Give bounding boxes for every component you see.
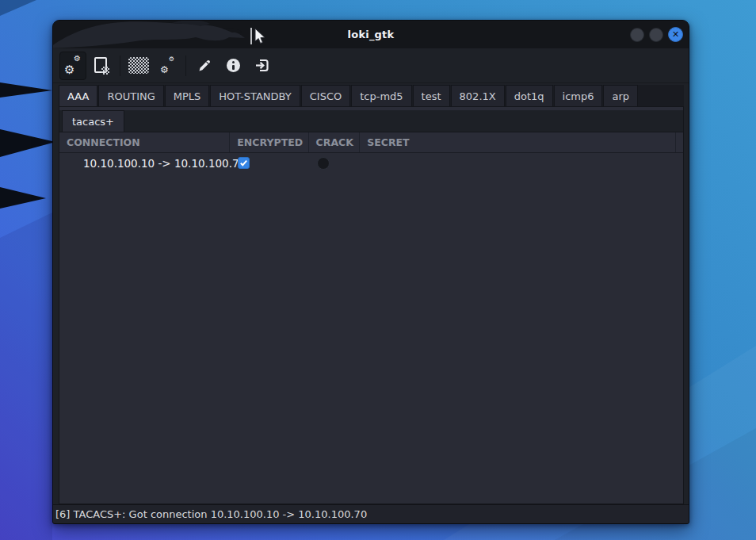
column-header-filler bbox=[676, 132, 683, 152]
minimize-button[interactable] bbox=[630, 28, 644, 42]
column-header-encrypted[interactable]: ENCRYPTED bbox=[230, 132, 308, 152]
tab-test[interactable]: test bbox=[413, 85, 450, 106]
tab-cisco[interactable]: CISCO bbox=[301, 85, 350, 106]
sub-notebook: tacacs+ bbox=[59, 107, 683, 132]
tab-arp[interactable]: arp bbox=[603, 85, 638, 106]
window-controls: ✕ bbox=[630, 21, 683, 48]
subtab-tacacs-[interactable]: tacacs+ bbox=[62, 110, 124, 132]
tab-hot-standby[interactable]: HOT-STANDBY bbox=[210, 85, 300, 106]
connection-cell: 10.10.100.10 -> 10.10.100.70 bbox=[59, 153, 231, 173]
table-header: CONNECTIONENCRYPTEDCRACKSECRET bbox=[59, 132, 683, 153]
close-button[interactable]: ✕ bbox=[668, 27, 683, 42]
network-screen-icon bbox=[128, 57, 149, 74]
toolbar-info-button[interactable] bbox=[220, 52, 246, 80]
dragon-silhouette bbox=[53, 21, 259, 48]
main-tabs: AAAROUTINGMPLSHOT-STANDBYCISCOtcp-md5tes… bbox=[59, 85, 684, 107]
column-header-crack[interactable]: CRACK bbox=[309, 132, 361, 152]
tab-aaa[interactable]: AAA bbox=[59, 85, 97, 106]
tabstrip-filler bbox=[639, 85, 684, 106]
titlebar[interactable]: loki_gtk ✕ bbox=[53, 21, 689, 48]
tab-routing[interactable]: ROUTING bbox=[98, 85, 163, 106]
tab-mpls[interactable]: MPLS bbox=[165, 85, 210, 106]
toolbar-quit-button[interactable] bbox=[248, 52, 275, 80]
secret-cell bbox=[362, 153, 681, 173]
status-text: [6] TACACS+: Got connection 10.10.100.10… bbox=[55, 508, 367, 520]
toolbar-documents-button[interactable] bbox=[88, 52, 115, 80]
desktop: { "window": { "title": "loki_gtk" }, "ti… bbox=[0, 0, 756, 540]
mouse-cursor bbox=[250, 26, 270, 47]
statusbar: [6] TACACS+: Got connection 10.10.100.10… bbox=[53, 504, 689, 523]
gears-settings-icon: ⚙⚙ bbox=[158, 57, 176, 75]
tab-802-1x[interactable]: 802.1X bbox=[451, 85, 505, 106]
tab-dot1q[interactable]: dot1q bbox=[506, 85, 553, 106]
toolbar-edit-button[interactable] bbox=[191, 52, 218, 80]
crack-button[interactable] bbox=[317, 157, 330, 170]
column-header-secret[interactable]: SECRET bbox=[360, 132, 676, 152]
tab-icmp6[interactable]: icmp6 bbox=[554, 85, 603, 106]
app-window: loki_gtk ✕ ⚙⚙ ⚙⚙ bbox=[52, 20, 689, 524]
info-icon bbox=[227, 59, 240, 72]
table-body: 10.10.100.10 -> 10.10.100.70 bbox=[59, 153, 683, 173]
connections-table: CONNECTIONENCRYPTEDCRACKSECRET 10.10.100… bbox=[59, 132, 683, 504]
sub-tabs: tacacs+ bbox=[59, 110, 683, 132]
table-row[interactable]: 10.10.100.10 -> 10.10.100.70 bbox=[59, 153, 683, 173]
pencil-edit-icon bbox=[197, 59, 212, 73]
toolbar-separator bbox=[185, 56, 186, 76]
encrypted-cell bbox=[231, 153, 311, 173]
maximize-button[interactable] bbox=[649, 28, 663, 42]
column-header-connection[interactable]: CONNECTION bbox=[59, 132, 230, 152]
tab-tcp-md5[interactable]: tcp-md5 bbox=[351, 85, 411, 106]
toolbar-separator bbox=[120, 56, 120, 76]
documents-icon bbox=[94, 57, 109, 75]
quit-exit-icon bbox=[254, 59, 269, 72]
toolbar: ⚙⚙ ⚙⚙ bbox=[53, 48, 689, 83]
aaa-page: tacacs+ CONNECTIONENCRYPTEDCRACKSECRET 1… bbox=[59, 107, 684, 504]
encrypted-checkbox[interactable] bbox=[238, 157, 250, 169]
window-title: loki_gtk bbox=[348, 29, 395, 40]
toolbar-interface-button[interactable] bbox=[125, 52, 152, 80]
check-icon bbox=[239, 159, 248, 167]
toolbar-run-button[interactable]: ⚙⚙ bbox=[59, 52, 86, 80]
crack-cell bbox=[311, 153, 362, 173]
close-icon: ✕ bbox=[672, 30, 679, 39]
gears-run-icon: ⚙⚙ bbox=[64, 57, 82, 75]
notebook: AAAROUTINGMPLSHOT-STANDBYCISCOtcp-md5tes… bbox=[59, 85, 684, 504]
toolbar-settings-button[interactable]: ⚙⚙ bbox=[154, 52, 181, 80]
